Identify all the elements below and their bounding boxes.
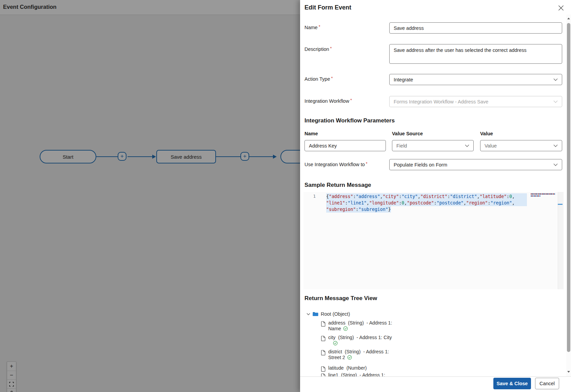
file-icon	[321, 321, 326, 327]
sample-heading: Sample Return Message	[304, 182, 371, 189]
check-circle-icon	[333, 341, 338, 346]
check-circle-icon	[347, 355, 352, 360]
integration-workflow-label: Integration Workflow*	[304, 98, 352, 104]
panel-footer: Save & Close Cancel	[300, 376, 571, 392]
tree-items: address (String) - Address 1:Namecity (S…	[304, 320, 450, 376]
edit-form-event-panel: Edit Form Event Name* Description* Save …	[300, 0, 571, 392]
chevron-down-icon	[553, 144, 558, 147]
params-heading: Integration Workflow Parameters	[304, 117, 395, 124]
tree-item[interactable]: line1 (String) - Address 1:	[304, 372, 450, 376]
app-screen: Event Configuration Start Save address +…	[0, 0, 571, 392]
editor-scroll-marker	[558, 204, 563, 205]
use-workflow-label: Use Integration Workflow to*	[304, 161, 368, 167]
close-button[interactable]	[557, 4, 565, 12]
description-input[interactable]: Save address after the user has selected…	[389, 44, 562, 64]
scroll-down-arrow[interactable]	[567, 371, 570, 373]
chevron-down-icon	[307, 313, 310, 315]
save-and-close-button[interactable]: Save & Close	[493, 378, 531, 389]
tree-item-text: latitude (Number)	[328, 365, 398, 371]
minimap	[531, 193, 556, 197]
folder-icon	[313, 312, 318, 316]
name-input[interactable]	[389, 22, 562, 34]
integration-workflow-value: Forms Integration Workflow - Address Sav…	[394, 99, 488, 104]
required-asterisk: *	[331, 76, 333, 81]
tree-root-label: Root (Object)	[321, 311, 350, 317]
close-icon	[558, 5, 564, 11]
file-icon	[321, 336, 326, 341]
required-asterisk: *	[319, 24, 320, 29]
required-asterisk: *	[350, 98, 352, 103]
integration-workflow-dropdown: Forms Integration Workflow - Address Sav…	[389, 96, 562, 107]
param-column-name: Name	[304, 131, 318, 136]
file-icon	[321, 366, 326, 372]
tree-item-text: district (String) - Address 1:	[328, 349, 398, 355]
action-type-dropdown[interactable]: Integrate	[389, 74, 562, 85]
chevron-down-icon	[553, 163, 558, 166]
action-type-value: Integrate	[394, 77, 413, 82]
name-label: Name*	[304, 24, 320, 30]
param-name-input[interactable]	[304, 140, 386, 151]
file-icon	[321, 373, 326, 376]
file-icon	[321, 350, 326, 355]
chevron-down-icon	[465, 144, 469, 147]
param-column-value-source: Value Source	[392, 131, 423, 136]
code-lines: 1{"address":"address","city":"city","dis…	[303, 193, 554, 213]
panel-scrollbar[interactable]	[566, 15, 571, 376]
code-line: "line1":"line1","longitude":0,"postcode"…	[303, 200, 554, 206]
minimap-line	[531, 195, 540, 197]
scrollbar-thumb[interactable]	[567, 23, 570, 352]
tree-item-text: address (String) - Address 1:	[328, 320, 398, 326]
param-value-source-dropdown[interactable]: Field	[392, 140, 474, 151]
chevron-down-icon	[553, 78, 558, 81]
scroll-up-arrow[interactable]	[567, 18, 570, 19]
param-value-value: Value	[485, 143, 497, 149]
action-type-label: Action Type*	[304, 76, 333, 82]
param-column-value: Value	[480, 131, 493, 136]
cancel-button[interactable]: Cancel	[535, 378, 559, 389]
tree-item-text: city (String) - Address 1: City	[328, 335, 398, 340]
description-label: Description*	[304, 46, 332, 52]
use-workflow-value: Populate Fields on Form	[394, 162, 447, 168]
use-workflow-dropdown[interactable]: Populate Fields on Form	[389, 159, 562, 170]
required-asterisk: *	[330, 46, 332, 51]
return-message-tree: Root (Object) address (String) - Address…	[304, 307, 450, 376]
panel-title: Edit Form Event	[304, 4, 351, 11]
required-asterisk: *	[366, 161, 368, 166]
param-value-dropdown[interactable]: Value	[480, 140, 562, 151]
tree-item[interactable]: latitude (Number)	[304, 365, 450, 371]
code-line: 1{"address":"address","city":"city","dis…	[303, 193, 554, 200]
tree-item[interactable]: district (String) - Address 1:Street 2	[304, 349, 450, 360]
tree-item-text	[328, 340, 400, 346]
tree-item-text: line1 (String) - Address 1:	[328, 372, 398, 376]
param-value-source-value: Field	[396, 143, 407, 149]
chevron-down-icon	[553, 100, 558, 103]
tree-item-text: Name	[328, 326, 398, 332]
tree-item[interactable]: city (String) - Address 1: City	[304, 335, 450, 346]
code-line: "subregion":"subregion"}	[303, 206, 554, 213]
tree-item-text: Street 2	[328, 355, 398, 360]
code-editor[interactable]: 1{"address":"address","city":"city","dis…	[303, 192, 564, 289]
check-circle-icon	[343, 326, 348, 331]
editor-scrollbar[interactable]	[558, 192, 564, 289]
tree-root-node[interactable]: Root (Object)	[307, 311, 450, 317]
tree-heading: Return Message Tree View	[304, 295, 377, 302]
minimap-line	[531, 193, 555, 195]
tree-item[interactable]: address (String) - Address 1:Name	[304, 320, 450, 332]
